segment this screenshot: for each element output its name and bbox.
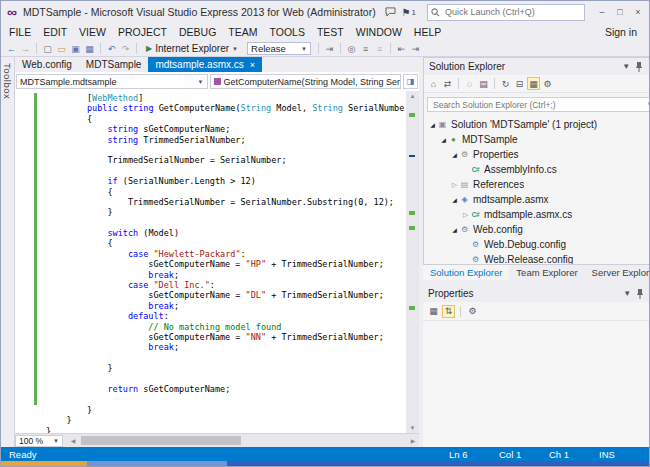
expanded-arrow-icon[interactable]: ◢ [428,121,437,128]
comment-out-icon[interactable]: ≡ [359,42,372,55]
type-dropdown[interactable]: MDTSample.mdtsample ▼ [16,74,208,89]
solution-configuration-dropdown[interactable]: Release ▼ [247,42,311,55]
solution-tree: ◢Solution 'MDTSample' (1 project)◢MDTSam… [424,116,650,264]
tree-item[interactable]: ▷mdtsample.asmx.cs [424,207,650,222]
tab-server-explorer[interactable]: Server Explorer [585,265,650,280]
undo-icon[interactable]: ↶ [105,42,118,55]
categorized-icon[interactable]: ▦ [427,305,440,318]
pin-icon[interactable] [633,62,646,72]
menu-view[interactable]: VIEW [73,23,112,41]
zoom-value: 100 % [19,436,43,446]
expanded-arrow-icon[interactable]: ◢ [450,151,459,158]
tree-item[interactable]: Web.Debug.config [424,237,650,252]
window-position-icon[interactable]: ▼ [620,62,633,71]
solution-search-box[interactable] [427,97,650,112]
home-icon[interactable]: ⌂ [427,77,440,90]
tree-item[interactable]: ◢MDTSample [424,132,650,147]
menu-team[interactable]: TEAM [222,23,263,41]
show-all-files-icon[interactable]: ▦ [527,77,540,90]
close-icon[interactable]: × [646,62,650,71]
code-line: if (SerialNumber.Length > 12) [46,176,405,186]
zoom-dropdown[interactable]: 100 % ▼ [15,435,63,447]
quick-launch-box[interactable] [427,4,585,21]
tree-item[interactable]: Web.Release.config [424,252,650,264]
tab-team-explorer[interactable]: Team Explorer [509,265,584,280]
save-icon[interactable]: ▣ [69,42,82,55]
notifications-flag-icon[interactable]: ⚑ 1 [402,7,416,18]
menu-file[interactable]: FILE [3,23,37,41]
vertical-scrollbar[interactable]: ▲ ▼ [406,91,419,433]
minimize-button[interactable]: – [593,4,611,20]
open-file-icon[interactable]: ▭ [55,42,68,55]
expanded-arrow-icon[interactable]: ◢ [450,226,459,233]
window-position-icon[interactable]: ▼ [621,289,634,298]
quick-launch-input[interactable] [443,6,581,18]
tree-item[interactable]: ◢Solution 'MDTSample' (1 project) [424,117,650,132]
tree-item[interactable]: AssemblyInfo.cs [424,162,650,177]
scroll-up-icon[interactable]: ▲ [406,91,419,101]
switch-views-icon[interactable]: ⇄ [441,77,454,90]
navbar-toggle-button[interactable]: ◨ [403,74,418,89]
tree-item[interactable]: ◢Web.config [424,222,650,237]
navigate-forward-icon[interactable]: → [19,42,32,55]
new-file-icon[interactable]: ▢ [41,42,54,55]
save-all-icon[interactable]: ▦ [83,42,96,55]
tree-item[interactable]: ◢mdtsample.asmx [424,192,650,207]
redo-icon[interactable]: ↷ [119,42,132,55]
code-line [46,394,405,404]
pin-icon[interactable] [634,289,647,299]
scrollbar-thumb[interactable] [81,436,241,445]
menu-project[interactable]: PROJECT [112,23,173,41]
code-line: [WebMethod] [46,93,405,103]
scroll-down-icon[interactable]: ▼ [406,423,419,433]
expanded-arrow-icon[interactable]: ◢ [439,136,448,143]
close-tab-icon[interactable]: × [250,60,255,70]
change-mark [409,306,415,310]
horizontal-scrollbar[interactable]: ◀ ▶ [67,434,419,447]
alphabetical-icon[interactable]: ⇅ [442,305,455,318]
uncomment-icon[interactable]: ≡ [373,42,386,55]
code-editor[interactable]: [WebMethod] public string GetComputerNam… [15,91,419,433]
property-pages-icon[interactable]: ⚙ [466,305,479,318]
menu-tools[interactable]: TOOLS [263,23,310,41]
feedback-icon[interactable] [385,7,396,17]
close-button[interactable]: × [629,4,647,20]
toolbox-label: Toolbox [2,63,13,99]
properties-icon[interactable]: ⚙ [541,77,554,90]
tab-mdtsample[interactable]: MDTSample [79,57,149,72]
toolbox-tab[interactable]: Toolbox [1,57,15,447]
tab-web-config[interactable]: Web.config [15,57,79,72]
collapse-all-icon[interactable]: ⊟ [513,77,526,90]
menu-debug[interactable]: DEBUG [173,23,222,41]
solution-search-input[interactable] [431,99,648,111]
start-debugging-button[interactable]: ▶ Internet Explorer ▼ [141,42,243,55]
menu-test[interactable]: TEST [311,23,350,41]
close-icon[interactable]: × [647,289,650,298]
tab-solution-explorer[interactable]: Solution Explorer [423,265,509,280]
attach-to-process-icon[interactable]: ⇥ [323,42,336,55]
tree-item[interactable]: ◢Properties [424,147,650,162]
collapsed-arrow-icon[interactable]: ▷ [461,211,470,219]
menu-edit[interactable]: EDIT [37,23,73,41]
open-files-filter-icon[interactable]: ▤ [477,77,490,90]
increase-indent-icon[interactable]: ⇥ [409,42,422,55]
taskbar-segment [1,461,87,466]
tree-item[interactable]: ▷References [424,177,650,192]
tab-mdtsample-asmx-cs[interactable]: mdtsample.asmx.cs× [148,57,262,72]
menu-window[interactable]: WINDOW [350,23,408,41]
sign-in-link[interactable]: Sign in [595,26,647,38]
refresh-icon[interactable]: ↻ [499,77,512,90]
expanded-arrow-icon[interactable]: ◢ [450,196,459,203]
pending-changes-filter-icon[interactable]: ◌ [463,77,476,90]
navigate-backward-icon[interactable]: ← [5,42,18,55]
member-dropdown[interactable]: GetComputerName(String Model, String Ser… [210,74,402,89]
menu-help[interactable]: HELP [408,23,447,41]
scroll-left-icon[interactable]: ◀ [67,434,79,447]
decrease-indent-icon[interactable]: ⇤ [395,42,408,55]
collapsed-arrow-icon[interactable]: ▷ [450,181,459,189]
find-in-files-icon[interactable]: ◎ [345,42,358,55]
maximize-button[interactable]: □ [611,4,629,20]
code-line: // No matching model found [46,322,405,332]
scroll-right-icon[interactable]: ▶ [407,434,419,447]
type-dropdown-value: MDTSample.mdtsample [20,77,117,87]
